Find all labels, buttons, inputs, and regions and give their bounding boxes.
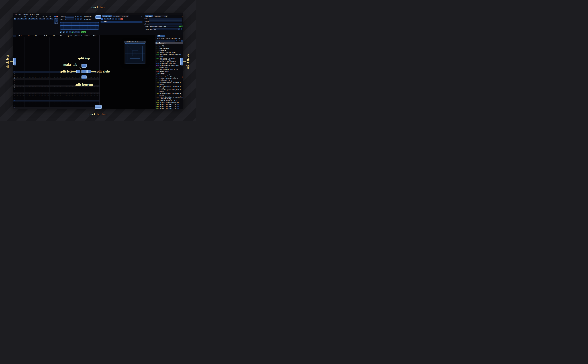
tab-speed[interactable]: Speed — [162, 15, 168, 17]
menu-item-window[interactable]: window — [29, 13, 36, 15]
order-row-index[interactable]: 00 — [14, 18, 16, 20]
pattern-cell[interactable]: ... .. .. .... — [24, 100, 33, 102]
pattern-cell[interactable]: ... .. .. .... — [33, 94, 41, 96]
pattern-cell[interactable]: ... .. .. .... — [58, 109, 66, 109]
dock-right-button[interactable] — [180, 58, 183, 65]
pattern-cell[interactable]: ... .. .. .... — [24, 80, 33, 82]
octave-increase-button[interactable]: + — [77, 16, 79, 17]
pattern-cell[interactable]: ... .. .. .... — [66, 80, 75, 82]
pattern-cell[interactable]: ... .. .. .... — [58, 80, 66, 82]
pattern-cell[interactable]: ... .. .. .... — [75, 96, 83, 98]
tuning-input[interactable]: 440 — [153, 28, 178, 30]
effect-list-row[interactable]: 02xxPitch slide down — [155, 48, 183, 50]
pattern-cell[interactable]: ... .. .. .... — [49, 91, 58, 93]
pattern-cell[interactable]: ... .. .. .... — [49, 107, 58, 109]
pattern-cell[interactable]: ... .. .. .... — [75, 100, 83, 102]
play-from-beginning-icon[interactable]: ◉ — [63, 31, 65, 33]
tab-subsongs[interactable]: Subsongs — [153, 15, 162, 17]
step-one-row-icon[interactable]: ↓ — [69, 31, 71, 33]
pattern-cell[interactable]: ... .. .. .... — [83, 98, 91, 100]
save-instrument-icon[interactable]: ▣ — [109, 18, 112, 20]
pattern-cell[interactable]: ... .. .. .... — [75, 89, 83, 91]
effect-list-row[interactable]: 05xyVolume slide + vibrato (compatibilit… — [155, 54, 183, 57]
pattern-cell[interactable]: ... .. .. .... — [33, 74, 41, 76]
effect-list-row[interactable]: 0BxxJump to pattern — [155, 70, 183, 72]
pattern-cell[interactable]: ... .. .. .... — [58, 103, 66, 105]
pattern-cell[interactable]: ... .. .. .... — [58, 92, 66, 94]
pattern-cell[interactable]: ... .. .. .... — [58, 98, 66, 100]
pattern-cell[interactable]: ... .. .. .... — [58, 74, 66, 76]
split-bottom-button[interactable] — [81, 75, 86, 79]
pattern-cell[interactable]: ... .. .. .... — [24, 109, 33, 109]
pattern-cell[interactable]: ... .. .. .... — [24, 102, 33, 103]
pattern-cell[interactable]: ... .. .. .... — [33, 87, 41, 89]
pattern-cell[interactable]: ... .. .. .... — [91, 103, 99, 105]
pattern-cell[interactable]: ... .. .. .... — [66, 84, 75, 85]
make-tab-button[interactable] — [81, 70, 86, 73]
poly-toggle-button[interactable]: Poly — [81, 31, 86, 33]
pattern-cell[interactable]: ... .. .. .... — [66, 78, 75, 80]
pattern-cell[interactable]: ... .. .. .... — [33, 92, 41, 94]
pattern-cell[interactable]: ... .. .. .... — [41, 74, 49, 76]
pattern-cell[interactable]: ... .. .. .... — [24, 74, 33, 76]
pattern-cell[interactable]: ... .. .. .... — [16, 84, 24, 85]
pattern-cell[interactable]: ... .. .. .... — [75, 98, 83, 100]
pattern-cell[interactable]: ... .. .. .... — [33, 100, 41, 102]
pattern-cell[interactable]: ... .. .. .... — [66, 107, 75, 109]
open-instrument-icon[interactable]: ◰ — [106, 18, 109, 20]
step-decrease-button[interactable]: - — [75, 18, 76, 20]
duplicate-order-icon[interactable]: ◫ — [54, 18, 56, 20]
tab-samples[interactable]: Samples — [121, 15, 129, 17]
effect-list-row[interactable]: 03xxPortamento — [155, 50, 183, 52]
menu-item-help[interactable]: help — [35, 13, 40, 15]
pattern-cell[interactable]: ... .. .. .... — [66, 102, 75, 103]
dock-top-button[interactable] — [95, 15, 101, 19]
pattern-cell[interactable]: ... .. .. .... — [49, 82, 58, 84]
pattern-cell[interactable]: ... .. .. .... — [41, 73, 49, 75]
pattern-cell[interactable]: ... .. .. .... — [16, 87, 24, 89]
pattern-cell[interactable]: ... .. .. .... — [66, 82, 75, 84]
pattern-cell[interactable]: ... .. .. .... — [75, 94, 83, 96]
pattern-cell[interactable]: ... .. .. .... — [16, 82, 24, 84]
pattern-cell[interactable]: ... .. .. .... — [41, 100, 49, 102]
effect-list-row[interactable]: 17xxToggle PCM mode (LEGACY) — [155, 100, 183, 102]
tab-effect-list[interactable]: Effect List — [157, 35, 165, 37]
dock-left-button[interactable] — [13, 58, 16, 65]
pattern-cell[interactable]: ... .. .. .... — [75, 107, 83, 109]
pattern-cell[interactable]: ... .. .. .... — [24, 78, 33, 80]
order-cell[interactable]: 00 — [28, 18, 31, 20]
pattern-cell[interactable]: ... .. .. .... — [41, 84, 49, 85]
pattern-cell[interactable]: ... .. .. .... — [49, 74, 58, 76]
channel-header-fm-6[interactable]: FM 6 — [58, 35, 66, 37]
oscilloscope-title-bar[interactable]: ▼ Oscilloscope (X-Y) × — [124, 41, 146, 43]
tab-song-info[interactable]: Song Info — [145, 15, 153, 17]
order-cell[interactable]: 00 — [46, 18, 49, 20]
pattern-cell[interactable]: ... .. .. .... — [91, 96, 99, 98]
pattern-cell[interactable]: ... .. .. .... — [58, 87, 66, 89]
pattern-cell[interactable]: ... .. .. .... — [24, 71, 33, 73]
move-order-down-icon[interactable]: ∨ — [54, 20, 56, 22]
pattern-cell[interactable]: ... .. .. .... — [41, 98, 49, 100]
tuning-decrease-button[interactable]: - — [178, 28, 180, 30]
pattern-cell[interactable]: ... .. .. .... — [49, 76, 58, 78]
pattern-cell[interactable]: ... .. .. .... — [91, 92, 99, 94]
effect-list-row[interactable]: 09xySet groove pattern (speed 1 if no gr… — [155, 65, 183, 68]
pattern-cell[interactable]: ... .. .. .... — [66, 105, 75, 107]
pattern-cell[interactable]: ... .. .. .... — [16, 89, 24, 91]
system-input[interactable]: Sega Genesis/Mega Drive — [149, 26, 179, 27]
pattern-cell[interactable]: ... .. .. .... — [91, 80, 99, 82]
channel-header-fm-2[interactable]: FM 2 — [24, 35, 33, 37]
pattern-cell[interactable]: ... .. .. .... — [49, 96, 58, 98]
field-input-author[interactable] — [149, 20, 182, 22]
pattern-cell[interactable]: ... .. .. .... — [49, 94, 58, 96]
pattern-cell[interactable]: ... .. .. .... — [58, 107, 66, 109]
pattern-cell[interactable]: ... .. .. .... — [66, 109, 75, 109]
pattern-cell[interactable]: ... .. .. .... — [41, 78, 49, 80]
pattern-cell[interactable]: ... .. .. .... — [33, 96, 41, 98]
close-icon[interactable]: × — [141, 15, 142, 17]
channel-header-noise[interactable]: Noise — [91, 35, 99, 37]
effect-list-row[interactable]: 19xxSet attack of all operators (0 to 1F… — [155, 102, 183, 104]
pattern-cell[interactable]: ... .. .. .... — [33, 109, 41, 109]
pattern-cell[interactable]: ... .. .. .... — [41, 82, 49, 84]
effect-list-row[interactable]: 14xxSet level of operator 3 (0 highest, … — [155, 89, 183, 93]
